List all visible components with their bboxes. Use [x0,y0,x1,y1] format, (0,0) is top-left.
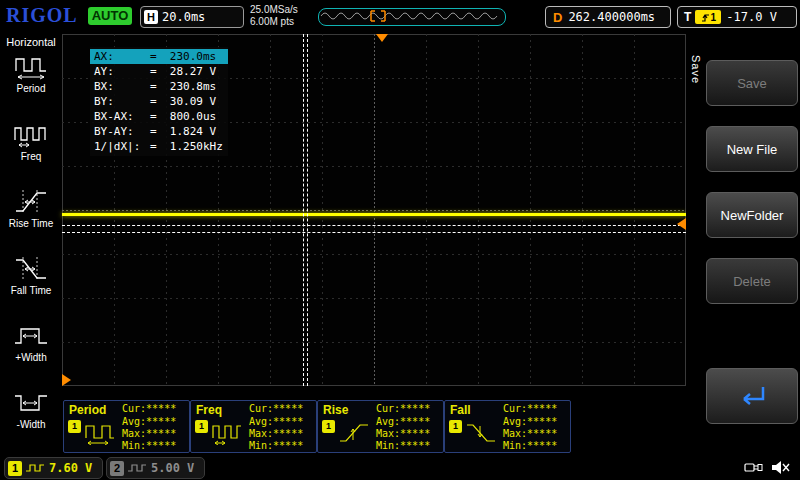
channel-badge: 1 [68,420,81,433]
back-button[interactable] [706,368,798,424]
rise-meas-icon [338,421,370,445]
plus-width-icon [13,322,49,350]
save-button[interactable]: Save [706,60,798,106]
cursor-readout-panel: AX:= 230.0ms AY:= 28.27 V BX:= 230.8ms B… [90,47,228,156]
measurement-box-period: Period 1 Cur:***** Avg:***** Max:***** M… [63,400,190,453]
run-status-badge: AUTO [88,7,132,25]
cursor-row-ax: AX:= 230.0ms [90,49,228,64]
channel-badge: 1 [195,420,208,433]
cursor-row-bx: BX:= 230.8ms [90,79,228,94]
delete-button[interactable]: Delete [706,258,798,304]
delay-reference-marker [62,374,71,386]
ch1-trace [62,213,686,216]
menu-tab-label: Save [688,41,702,99]
horizontal-timebase-box: H 20.0ms [140,6,244,28]
minus-width-icon [13,389,49,417]
left-function-menu: Horizontal Period Freq Rise Time [0,33,62,455]
sidebar-item-nwidth[interactable]: -Width [0,389,62,451]
t-label: T [684,10,691,24]
channel-status-bar: 1 7.60 V 2 5.00 V [0,455,800,480]
cursor-by-line[interactable] [62,232,686,233]
sidebar-item-pwidth[interactable]: +Width [0,322,62,384]
measurement-box-rise: Rise 1 Cur:***** Avg:***** Max:***** Min… [317,400,444,453]
trigger-level-marker[interactable] [677,218,686,230]
ch1-status[interactable]: 1 7.60 V [4,457,103,479]
cursor-row-by: BY:= 30.09 V [90,94,228,109]
measurement-box-fall: Fall 1 Cur:***** Avg:***** Max:***** Min… [444,400,571,453]
trigger-readout-box: T 1 -17.0 V [677,6,797,28]
new-folder-button[interactable]: NewFolder [706,192,798,238]
trigger-level: -17.0 V [726,10,777,24]
rise-time-icon [13,188,49,216]
new-file-button[interactable]: New File [706,126,798,172]
softkey-menu: Save Save New File NewFolder Delete [686,33,800,455]
h-label: H [144,10,158,24]
return-arrow-icon [732,383,772,409]
cursor-ay-line[interactable] [62,225,686,226]
cursor-row-bxax: BX-AX:= 800.0us [90,109,228,124]
sidebar-item-fall-time[interactable]: Fall Time [0,255,62,317]
acquisition-info: 25.0MSa/s 6.00M pts [250,4,298,28]
d-label: D [553,10,562,25]
sample-rate: 25.0MSa/s [250,4,298,16]
freq-icon [13,121,49,149]
period-meas-icon [84,421,116,445]
fall-meas-icon [465,421,497,445]
memory-depth: 6.00M pts [250,16,298,28]
cursor-row-byay: BY-AY:= 1.824 V [90,124,228,139]
ch1-scale: 7.60 V [49,461,92,475]
sidebar-item-freq[interactable]: Freq [0,121,62,183]
usb-icon [744,460,764,475]
speaker-muted-icon [770,459,792,476]
graticule: AX:= 230.0ms AY:= 28.27 V BX:= 230.8ms B… [62,34,686,386]
ch2-status[interactable]: 2 5.00 V [106,457,205,479]
fall-time-icon [13,255,49,283]
freq-meas-icon [211,421,243,445]
channel-badge: 1 [449,420,462,433]
delay-readout-box: D 262.400000ms [545,6,671,28]
rigol-logo: RIGOL [6,4,78,27]
cursor-bx-line[interactable] [307,34,308,386]
trigger-position-marker[interactable] [376,34,388,42]
preview-waveform-icon [319,9,503,23]
cursor-row-inv-dx: 1/|dX|:= 1.250kHz [90,139,228,154]
left-menu-title: Horizontal [0,36,62,48]
ch2-coupling-icon [127,462,147,474]
period-icon [13,53,49,81]
delay-value: 262.400000ms [568,10,655,24]
sidebar-item-period[interactable]: Period [0,53,62,115]
ch1-coupling-icon [25,462,45,474]
cursor-row-ay: AY:= 28.27 V [90,64,228,79]
channel-badge: 1 [322,420,335,433]
trigger-slope-icon [701,12,711,23]
sidebar-item-rise-time[interactable]: Rise Time [0,188,62,250]
measurement-box-freq: Freq 1 Cur:***** Avg:***** Max:***** Min… [190,400,317,453]
oscilloscope-screen: RIGOL AUTO H 20.0ms 25.0MSa/s 6.00M pts … [0,0,800,480]
trigger-source-badge: 1 [695,10,721,24]
cursor-ax-line[interactable] [303,34,304,386]
ch2-scale: 5.00 V [151,461,194,475]
top-status-bar: RIGOL AUTO H 20.0ms 25.0MSa/s 6.00M pts … [0,0,800,33]
ch2-badge: 2 [110,461,124,476]
waveform-position-preview[interactable] [318,8,506,26]
timebase-value: 20.0ms [162,10,205,24]
ch1-badge: 1 [8,461,22,476]
